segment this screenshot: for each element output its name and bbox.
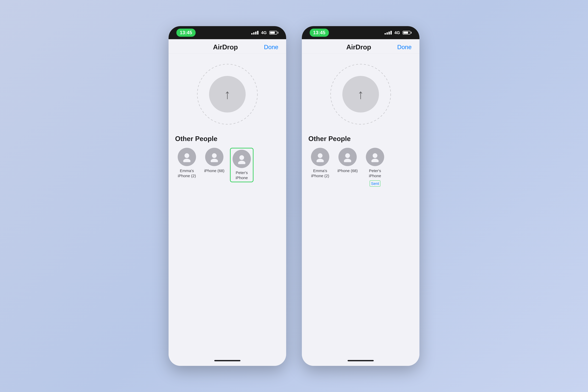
signal-bar-3 [255,32,256,34]
signal-bar-r3 [388,32,390,34]
content-left: ↑ Other People Emma's iPhone (2) [168,54,286,356]
device-list-left: Emma's iPhone (2) iPhone (68) [175,148,254,182]
svg-point-5 [240,155,244,160]
battery-fill-right [403,32,408,34]
section-label-right: Other People [308,135,351,142]
avatar-iphone68-right [338,148,357,166]
section-label-left: Other People [175,135,218,142]
home-indicator-left [168,356,286,366]
upload-arrow-left: ↑ [224,88,231,101]
avatar-emmas-iphone-right [311,148,329,166]
status-time-left: 13:45 [176,28,196,37]
svg-point-12 [373,153,377,158]
signal-bar-r1 [384,33,386,34]
upload-area-right: ↑ [328,62,393,127]
avatar-iphone68-left [205,148,224,166]
svg-point-6 [238,161,246,164]
device-iphone68-left[interactable]: iPhone (68) [202,148,226,182]
home-indicator-right [302,356,420,366]
avatar-emmas-iphone-left [178,148,196,166]
person-icon-3 [236,154,247,164]
signal-bar-r2 [386,32,388,34]
upload-circle-right: ↑ [342,76,379,112]
svg-point-9 [316,159,324,162]
device-name-emmas-left: Emma's iPhone (2) [175,168,198,178]
signal-bars-left [251,31,258,34]
battery-right [402,31,412,34]
device-name-iphone68-right: iPhone (68) [338,168,358,173]
device-list-right: Emma's iPhone (2) iPhone (68) [308,148,387,186]
svg-point-13 [371,159,379,162]
status-bar-right: 13:45 4G [302,26,420,39]
device-peters-iphone-right[interactable]: Peter's iPhone Sent [363,148,387,186]
person-icon-r3 [370,152,380,162]
status-time-right: 13:45 [310,28,329,37]
battery-tip-left [278,32,278,34]
signal-4g-left: 4G [261,30,267,35]
home-bar-left [214,360,240,361]
battery-fill-left [270,32,275,34]
person-icon-2 [209,152,220,162]
status-bar-left: 13:45 4G [168,26,286,39]
battery-body-left [269,31,277,34]
avatar-peters-iphone-right [366,148,384,166]
nav-title-left: AirDrop [213,43,238,51]
device-peters-iphone-left[interactable]: Peter's iPhone [230,148,254,182]
home-bar-right [348,360,374,361]
signal-bar-1 [251,33,252,34]
nav-title-right: AirDrop [346,43,371,51]
signal-4g-right: 4G [394,30,400,35]
person-icon-r2 [342,152,353,162]
status-right-left: 4G [251,30,278,35]
upload-area-left: ↑ [195,62,260,127]
done-button-right[interactable]: Done [397,44,412,50]
svg-point-8 [318,153,322,158]
device-emmas-iphone-right[interactable]: Emma's iPhone (2) [308,148,332,186]
nav-bar-left: AirDrop Done [168,39,286,54]
avatar-peters-iphone-left [232,150,251,168]
person-icon-1 [182,152,192,162]
nav-bar-right: AirDrop Done [302,39,420,54]
device-emmas-iphone-left[interactable]: Emma's iPhone (2) [175,148,198,182]
battery-tip-right [411,32,412,34]
svg-point-10 [345,153,350,158]
device-name-iphone68-left: iPhone (68) [204,168,224,173]
content-right: ↑ Other People Emma's iPhone (2) [302,54,420,356]
device-iphone68-right[interactable]: iPhone (68) [336,148,359,186]
svg-point-2 [183,159,190,162]
phone-right: 13:45 4G AirDrop Done [302,26,420,366]
battery-left [269,31,278,34]
device-name-peters-right: Peter's iPhone [363,168,387,178]
battery-body-right [402,31,410,34]
upload-circle-left: ↑ [209,76,246,112]
phone-left: 13:45 4G AirDrop Done [168,26,286,366]
signal-bars-right [384,31,392,34]
status-right-right: 4G [384,30,412,35]
svg-point-4 [211,159,218,162]
sent-status-badge: Sent [370,180,380,186]
signal-bar-r4 [390,31,392,34]
device-name-emmas-right: Emma's iPhone (2) [308,168,332,178]
svg-point-1 [184,153,189,158]
device-name-peters-left: Peter's iPhone [232,170,251,180]
upload-arrow-right: ↑ [357,88,364,101]
done-button-left[interactable]: Done [264,44,278,50]
signal-bar-2 [253,32,254,34]
signal-bar-4 [257,31,258,34]
svg-point-11 [344,159,351,162]
person-icon-r1 [315,152,325,162]
svg-point-3 [212,153,217,158]
